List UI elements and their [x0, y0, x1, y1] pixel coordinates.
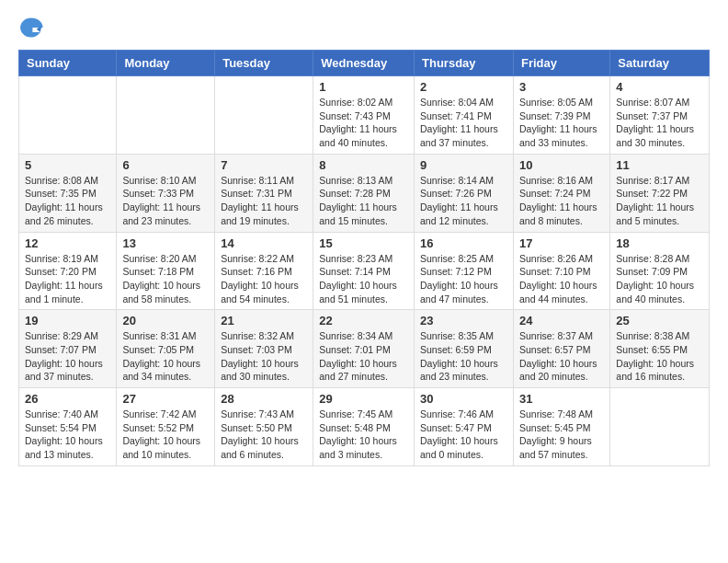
day-info: Sunrise: 7:46 AM Sunset: 5:47 PM Dayligh…	[420, 408, 507, 462]
page: SundayMondayTuesdayWednesdayThursdayFrid…	[0, 0, 728, 481]
day-info: Sunrise: 8:20 AM Sunset: 7:18 PM Dayligh…	[122, 252, 209, 306]
weekday-monday: Monday	[117, 51, 215, 76]
calendar-cell: 15Sunrise: 8:23 AM Sunset: 7:14 PM Dayli…	[313, 232, 415, 310]
day-info: Sunrise: 8:14 AM Sunset: 7:26 PM Dayligh…	[420, 174, 507, 228]
day-info: Sunrise: 8:17 AM Sunset: 7:22 PM Dayligh…	[616, 174, 703, 228]
day-number: 13	[122, 236, 209, 250]
day-number: 15	[319, 236, 408, 250]
weekday-tuesday: Tuesday	[215, 51, 313, 76]
calendar-cell: 8Sunrise: 8:13 AM Sunset: 7:28 PM Daylig…	[313, 154, 415, 232]
calendar-cell: 21Sunrise: 8:32 AM Sunset: 7:03 PM Dayli…	[215, 310, 313, 388]
day-number: 3	[519, 80, 604, 94]
day-number: 29	[319, 392, 408, 406]
day-number: 2	[420, 80, 507, 94]
day-info: Sunrise: 8:19 AM Sunset: 7:20 PM Dayligh…	[25, 252, 110, 306]
calendar-cell: 28Sunrise: 7:43 AM Sunset: 5:50 PM Dayli…	[215, 388, 313, 466]
day-info: Sunrise: 8:13 AM Sunset: 7:28 PM Dayligh…	[319, 174, 408, 228]
calendar-week-4: 19Sunrise: 8:29 AM Sunset: 7:07 PM Dayli…	[19, 310, 710, 388]
weekday-sunday: Sunday	[19, 51, 117, 76]
calendar-cell	[19, 76, 117, 155]
calendar-cell: 14Sunrise: 8:22 AM Sunset: 7:16 PM Dayli…	[215, 232, 313, 310]
day-number: 6	[122, 158, 209, 172]
day-info: Sunrise: 7:42 AM Sunset: 5:52 PM Dayligh…	[122, 408, 209, 462]
day-number: 16	[420, 236, 507, 250]
day-number: 28	[221, 392, 307, 406]
day-number: 5	[25, 158, 110, 172]
day-info: Sunrise: 7:40 AM Sunset: 5:54 PM Dayligh…	[25, 408, 110, 462]
day-info: Sunrise: 8:26 AM Sunset: 7:10 PM Dayligh…	[519, 252, 604, 306]
day-info: Sunrise: 8:07 AM Sunset: 7:37 PM Dayligh…	[616, 96, 703, 150]
day-info: Sunrise: 8:28 AM Sunset: 7:09 PM Dayligh…	[616, 252, 703, 306]
calendar-cell: 16Sunrise: 8:25 AM Sunset: 7:12 PM Dayli…	[415, 232, 514, 310]
day-number: 22	[319, 314, 408, 327]
day-info: Sunrise: 8:10 AM Sunset: 7:33 PM Dayligh…	[122, 174, 209, 228]
weekday-friday: Friday	[513, 51, 609, 76]
calendar-week-5: 26Sunrise: 7:40 AM Sunset: 5:54 PM Dayli…	[19, 388, 710, 466]
calendar-cell: 30Sunrise: 7:46 AM Sunset: 5:47 PM Dayli…	[415, 388, 514, 466]
day-number: 23	[420, 314, 507, 327]
calendar-cell: 12Sunrise: 8:19 AM Sunset: 7:20 PM Dayli…	[19, 232, 117, 310]
day-number: 31	[519, 392, 604, 406]
logo	[18, 15, 48, 40]
calendar-cell: 20Sunrise: 8:31 AM Sunset: 7:05 PM Dayli…	[117, 310, 215, 388]
calendar-cell: 18Sunrise: 8:28 AM Sunset: 7:09 PM Dayli…	[610, 232, 710, 310]
day-info: Sunrise: 8:34 AM Sunset: 7:01 PM Dayligh…	[319, 329, 408, 384]
calendar-cell: 19Sunrise: 8:29 AM Sunset: 7:07 PM Dayli…	[19, 310, 117, 388]
day-number: 24	[519, 314, 604, 327]
calendar-cell: 6Sunrise: 8:10 AM Sunset: 7:33 PM Daylig…	[117, 154, 215, 232]
day-info: Sunrise: 8:08 AM Sunset: 7:35 PM Dayligh…	[25, 174, 110, 228]
day-info: Sunrise: 8:35 AM Sunset: 6:59 PM Dayligh…	[420, 329, 507, 384]
calendar-cell	[215, 76, 313, 155]
calendar-table: SundayMondayTuesdayWednesdayThursdayFrid…	[18, 50, 710, 466]
day-number: 1	[319, 80, 408, 94]
day-number: 10	[519, 158, 604, 172]
day-info: Sunrise: 8:29 AM Sunset: 7:07 PM Dayligh…	[25, 329, 110, 384]
calendar-cell: 22Sunrise: 8:34 AM Sunset: 7:01 PM Dayli…	[313, 310, 415, 388]
calendar-cell: 2Sunrise: 8:04 AM Sunset: 7:41 PM Daylig…	[415, 76, 514, 155]
day-info: Sunrise: 7:45 AM Sunset: 5:48 PM Dayligh…	[319, 408, 408, 462]
calendar-cell: 1Sunrise: 8:02 AM Sunset: 7:43 PM Daylig…	[313, 76, 415, 155]
day-number: 19	[25, 314, 110, 327]
day-number: 18	[616, 236, 703, 250]
calendar-cell: 26Sunrise: 7:40 AM Sunset: 5:54 PM Dayli…	[19, 388, 117, 466]
calendar-week-3: 12Sunrise: 8:19 AM Sunset: 7:20 PM Dayli…	[19, 232, 710, 310]
day-number: 21	[221, 314, 307, 327]
day-number: 17	[519, 236, 604, 250]
calendar-week-2: 5Sunrise: 8:08 AM Sunset: 7:35 PM Daylig…	[19, 154, 710, 232]
logo-icon	[18, 15, 44, 40]
day-number: 4	[616, 80, 703, 94]
calendar-cell: 23Sunrise: 8:35 AM Sunset: 6:59 PM Dayli…	[415, 310, 514, 388]
day-info: Sunrise: 8:02 AM Sunset: 7:43 PM Dayligh…	[319, 96, 408, 150]
day-info: Sunrise: 8:31 AM Sunset: 7:05 PM Dayligh…	[122, 329, 209, 384]
calendar-cell: 13Sunrise: 8:20 AM Sunset: 7:18 PM Dayli…	[117, 232, 215, 310]
weekday-saturday: Saturday	[610, 51, 710, 76]
calendar-cell: 5Sunrise: 8:08 AM Sunset: 7:35 PM Daylig…	[19, 154, 117, 232]
calendar-cell: 31Sunrise: 7:48 AM Sunset: 5:45 PM Dayli…	[513, 388, 609, 466]
calendar-cell: 24Sunrise: 8:37 AM Sunset: 6:57 PM Dayli…	[513, 310, 609, 388]
calendar-cell: 9Sunrise: 8:14 AM Sunset: 7:26 PM Daylig…	[415, 154, 514, 232]
calendar-cell: 4Sunrise: 8:07 AM Sunset: 7:37 PM Daylig…	[610, 76, 710, 155]
day-number: 27	[122, 392, 209, 406]
day-number: 14	[221, 236, 307, 250]
calendar-cell: 25Sunrise: 8:38 AM Sunset: 6:55 PM Dayli…	[610, 310, 710, 388]
calendar-cell: 11Sunrise: 8:17 AM Sunset: 7:22 PM Dayli…	[610, 154, 710, 232]
day-number: 20	[122, 314, 209, 327]
day-number: 12	[25, 236, 110, 250]
calendar-cell: 7Sunrise: 8:11 AM Sunset: 7:31 PM Daylig…	[215, 154, 313, 232]
day-info: Sunrise: 8:22 AM Sunset: 7:16 PM Dayligh…	[221, 252, 307, 306]
day-info: Sunrise: 8:23 AM Sunset: 7:14 PM Dayligh…	[319, 252, 408, 306]
day-number: 9	[420, 158, 507, 172]
calendar-cell	[117, 76, 215, 155]
weekday-thursday: Thursday	[415, 51, 514, 76]
day-number: 25	[616, 314, 703, 327]
calendar-cell: 17Sunrise: 8:26 AM Sunset: 7:10 PM Dayli…	[513, 232, 609, 310]
day-info: Sunrise: 8:37 AM Sunset: 6:57 PM Dayligh…	[519, 329, 604, 384]
weekday-wednesday: Wednesday	[313, 51, 415, 76]
calendar-cell: 29Sunrise: 7:45 AM Sunset: 5:48 PM Dayli…	[313, 388, 415, 466]
day-number: 26	[25, 392, 110, 406]
day-info: Sunrise: 8:32 AM Sunset: 7:03 PM Dayligh…	[221, 329, 307, 384]
calendar-cell: 10Sunrise: 8:16 AM Sunset: 7:24 PM Dayli…	[513, 154, 609, 232]
calendar-week-1: 1Sunrise: 8:02 AM Sunset: 7:43 PM Daylig…	[19, 76, 710, 155]
day-info: Sunrise: 7:43 AM Sunset: 5:50 PM Dayligh…	[221, 408, 307, 462]
day-info: Sunrise: 8:04 AM Sunset: 7:41 PM Dayligh…	[420, 96, 507, 150]
